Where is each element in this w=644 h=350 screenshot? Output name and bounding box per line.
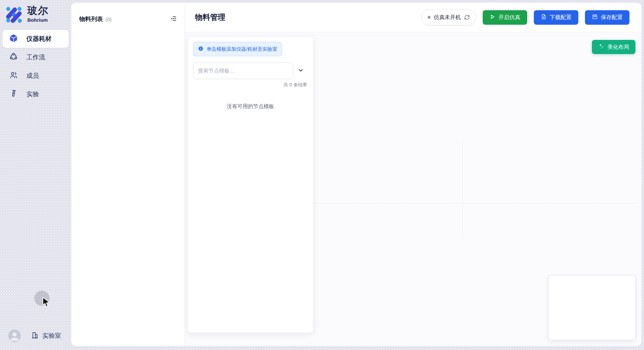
file-download-icon <box>541 14 547 21</box>
template-hint-text: 单击模板添加仪器/耗材至实验室 <box>207 46 277 52</box>
sidebar-item-members[interactable]: 成员 <box>3 67 69 85</box>
status-dot-icon <box>428 16 431 19</box>
page-title: 物料管理 <box>195 12 225 22</box>
template-search-input[interactable] <box>193 63 293 79</box>
material-list-title: 物料列表 <box>79 15 103 23</box>
page-header: 物料管理 仿真未开机 <box>185 3 641 32</box>
template-search-row <box>193 63 308 79</box>
download-config-button[interactable]: 下载配置 <box>534 10 578 25</box>
sidebar-nav: 仪器耗材 工作流 <box>0 30 71 103</box>
material-list-header: 物料列表 (0) <box>71 3 185 24</box>
collapse-panel-button[interactable] <box>169 15 177 24</box>
beautify-layout-button[interactable]: 美化布局 <box>592 40 635 54</box>
results-count: 共 0 条结果 <box>193 82 308 88</box>
empty-templates-message: 没有可用的节点模板 <box>193 103 308 110</box>
save-icon <box>592 14 598 21</box>
canvas-guide-horizontal <box>313 203 637 203</box>
material-list-count: (0) <box>106 16 112 22</box>
main-container: 物料列表 (0) 物料管理 仿真未开机 <box>71 3 641 346</box>
simulation-status-pill[interactable]: 仿真未开机 <box>421 10 476 25</box>
workflow-icon <box>9 52 18 62</box>
sparkles-icon <box>598 43 604 51</box>
work-area: 物料管理 仿真未开机 <box>185 3 641 346</box>
download-config-label: 下载配置 <box>550 14 571 21</box>
sidebar-item-workflow[interactable]: 工作流 <box>3 48 69 66</box>
sidebar-item-label: 工作流 <box>26 53 45 62</box>
layout-canvas[interactable]: 单击模板添加仪器/耗材至实验室 共 0 条结果 没有可用的节点模板 <box>185 32 641 346</box>
sidebar-item-label: 成员 <box>26 72 39 80</box>
node-template-panel: 单击模板添加仪器/耗材至实验室 共 0 条结果 没有可用的节点模板 <box>187 36 313 333</box>
play-icon <box>490 14 496 21</box>
brand-logo: 玻尔 Bohrium <box>0 0 71 25</box>
members-icon <box>9 71 18 81</box>
start-simulation-button[interactable]: 开启仿真 <box>483 10 527 25</box>
cube-icon <box>9 34 18 44</box>
sidebar-item-label: 实验 <box>26 90 39 99</box>
lab-label: 实验室 <box>42 332 61 340</box>
brand-name-en: Bohrium <box>27 17 48 23</box>
simulation-status-label: 仿真未开机 <box>434 14 461 21</box>
lab-switcher[interactable]: 实验室 <box>31 331 61 340</box>
beautify-layout-label: 美化布局 <box>607 44 629 51</box>
save-config-button[interactable]: 保存配置 <box>585 10 629 25</box>
refresh-icon[interactable] <box>464 15 470 20</box>
save-config-label: 保存配置 <box>601 14 623 21</box>
sidebar-item-label: 仪器耗材 <box>26 35 51 43</box>
test-tube-icon <box>9 89 18 99</box>
expand-filters-button[interactable] <box>293 66 308 76</box>
template-hint-banner: 单击模板添加仪器/耗材至实验室 <box>193 42 282 56</box>
start-simulation-label: 开启仿真 <box>499 14 520 21</box>
building-icon <box>31 331 39 340</box>
chevron-down-icon <box>298 67 304 74</box>
material-list-panel: 物料列表 (0) <box>71 3 185 346</box>
brand-name-cn: 玻尔 <box>27 5 48 16</box>
minimap[interactable] <box>548 275 635 340</box>
avatar[interactable] <box>8 330 21 342</box>
bohrium-logo-icon <box>5 5 23 25</box>
bohrium-app: 玻尔 Bohrium 仪器耗材 <box>0 0 644 350</box>
indent-icon <box>170 15 177 23</box>
sidebar-item-experiment[interactable]: 实验 <box>3 85 69 103</box>
info-icon <box>198 46 204 52</box>
mouse-cursor <box>42 297 51 309</box>
sidebar-footer: 实验室 <box>0 330 71 350</box>
sidebar-item-instruments[interactable]: 仪器耗材 <box>3 30 69 48</box>
canvas-guide-vertical <box>463 141 463 237</box>
